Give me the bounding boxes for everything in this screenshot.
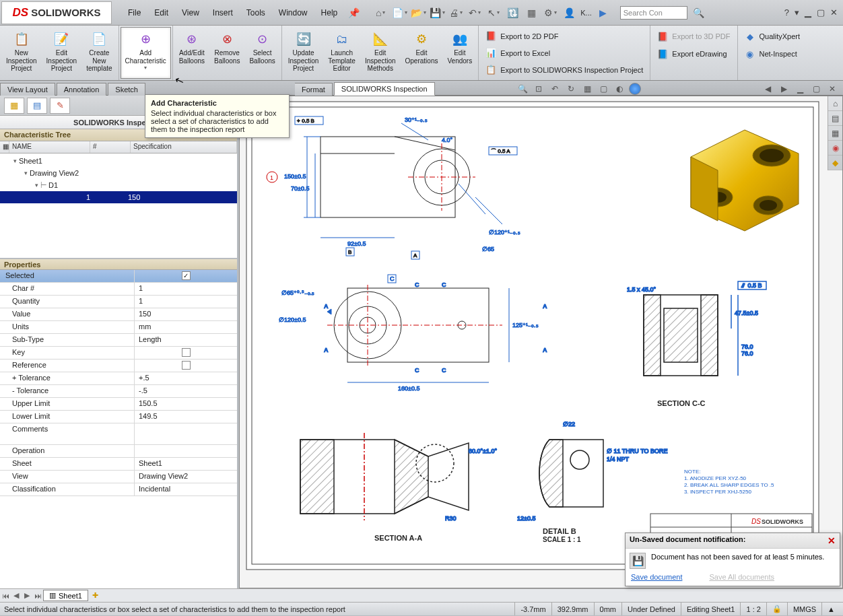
- status-scale[interactable]: 1 : 2: [740, 603, 766, 615]
- doc-close-icon[interactable]: ✕: [825, 83, 839, 95]
- tab-view-layout[interactable]: View Layout: [0, 83, 55, 96]
- add-sheet-icon[interactable]: ✚: [92, 591, 98, 600]
- tab-sketch[interactable]: Sketch: [108, 83, 145, 96]
- status-up-icon[interactable]: ▲: [821, 603, 840, 615]
- add-edit-balloons-button[interactable]: ⊛Add/EditBalloons: [174, 27, 209, 79]
- prop-row[interactable]: ClassificationIncidental: [0, 483, 237, 496]
- search-input[interactable]: Search Con: [620, 6, 687, 20]
- menu-tools[interactable]: Tools: [240, 8, 272, 18]
- settings-icon[interactable]: ⚙: [543, 5, 558, 20]
- panel-tab-ext[interactable]: ✎: [50, 98, 70, 114]
- select-icon[interactable]: ↖: [486, 5, 501, 20]
- side-home-icon[interactable]: ⌂: [828, 96, 842, 111]
- sheet-prev-icon[interactable]: ◀: [11, 591, 22, 600]
- export-edrawing-button[interactable]: 📘Export eDrawing: [654, 46, 733, 62]
- doc-next-icon[interactable]: ▶: [777, 83, 790, 95]
- menu-file[interactable]: File: [121, 8, 147, 18]
- edit-operations-button[interactable]: ⚙EditOperations: [401, 27, 443, 79]
- prop-row[interactable]: Sub-TypeLength: [0, 334, 237, 347]
- doc-max-icon[interactable]: ▢: [809, 83, 823, 95]
- panel-tab-props[interactable]: ▤: [27, 98, 47, 114]
- prop-row[interactable]: Operation: [0, 445, 237, 458]
- net-inspect-button[interactable]: ◉Net-Inspect: [742, 46, 803, 62]
- side-appear-icon[interactable]: ◉: [828, 141, 842, 156]
- rebuild-icon[interactable]: 🔃: [505, 5, 520, 20]
- edit-inspection-methods-button[interactable]: 📐EditInspectionMethods: [360, 27, 401, 79]
- display-icon[interactable]: ◐: [613, 83, 626, 95]
- sheet-next-icon[interactable]: ▶: [22, 591, 32, 600]
- tab-sw-inspection[interactable]: SOLIDWORKS Inspection: [334, 82, 435, 96]
- launch-template-editor-button[interactable]: 🗂LaunchTemplateEditor: [323, 27, 360, 79]
- drawing-area[interactable]: 150±0.5 70±0.5 92±0.5 ∅120⁺¹₋₀.₅ ∅65 30⁺…: [239, 96, 843, 588]
- restore-icon[interactable]: ▢: [817, 7, 825, 18]
- remove-balloons-button[interactable]: ⊗RemoveBalloons: [209, 27, 244, 79]
- side-layers-icon[interactable]: ▤: [828, 111, 842, 126]
- save-document-link[interactable]: Save document: [631, 573, 682, 581]
- prop-row[interactable]: Char #1: [0, 283, 237, 296]
- sheet-last-icon[interactable]: ⏭: [32, 592, 43, 600]
- options-icon[interactable]: ▦: [524, 5, 539, 20]
- tree-row-selected[interactable]: 1150: [0, 191, 237, 203]
- undo-icon[interactable]: ↶: [467, 5, 482, 20]
- side-display-icon[interactable]: ▦: [828, 126, 842, 141]
- zoom-prev-icon[interactable]: ↶: [548, 83, 562, 95]
- user-icon[interactable]: 👤: [562, 5, 576, 20]
- save-icon[interactable]: 💾: [430, 5, 444, 20]
- checkbox-icon[interactable]: [182, 348, 191, 357]
- tree-body[interactable]: ▾Sheet1 ▾Drawing View2 ▾⊢D1 1150: [0, 153, 237, 258]
- close-icon[interactable]: ✕: [830, 7, 838, 18]
- prop-row[interactable]: SheetSheet1: [0, 458, 237, 471]
- status-lock-icon[interactable]: 🔒: [766, 603, 787, 615]
- prop-row[interactable]: Reference: [0, 360, 237, 372]
- tab-annotation[interactable]: Annotation: [57, 83, 107, 96]
- notify-close-icon[interactable]: ✕: [828, 535, 836, 546]
- new-icon[interactable]: 📄: [392, 5, 407, 20]
- prop-row[interactable]: Selected✓: [0, 270, 237, 283]
- new-inspection-project-button[interactable]: 📋NewInspectionProject: [1, 27, 42, 79]
- play-icon[interactable]: ▶: [596, 5, 611, 20]
- print-icon[interactable]: 🖨: [448, 5, 463, 20]
- prop-row[interactable]: - Tolerance-.5: [0, 385, 237, 398]
- add-characteristic-button[interactable]: ⊕AddCharacteristic▾: [121, 27, 171, 79]
- export-2d-pdf-button[interactable]: 📕Export to 2D PDF: [483, 28, 646, 44]
- minimize-icon[interactable]: ▁: [805, 7, 811, 18]
- qualityxpert-button[interactable]: ◆QualityXpert: [742, 28, 803, 44]
- prop-row[interactable]: ViewDrawing View2: [0, 471, 237, 483]
- prop-row[interactable]: Key: [0, 347, 237, 360]
- sheet-tab[interactable]: ▥Sheet1: [43, 590, 88, 601]
- home-icon[interactable]: ⌂: [373, 5, 388, 20]
- export-sw-inspection-button[interactable]: 📋Export to SOLIDWORKS Inspection Project: [483, 62, 646, 77]
- menu-insert[interactable]: Insert: [206, 8, 240, 18]
- select-balloons-button[interactable]: ⊙SelectBalloons: [244, 27, 279, 79]
- zoom-area-icon[interactable]: ⊡: [532, 83, 545, 95]
- menu-window[interactable]: Window: [272, 8, 314, 18]
- tab-format[interactable]: Format: [295, 83, 333, 96]
- prop-row[interactable]: Value150: [0, 308, 237, 321]
- side-decal-icon[interactable]: ◆: [828, 156, 842, 170]
- update-inspection-project-button[interactable]: 🔄UpdateInspectionProject: [283, 27, 324, 79]
- menu-edit[interactable]: Edit: [147, 8, 175, 18]
- prop-row[interactable]: Lower Limit149.5: [0, 411, 237, 423]
- pin-icon[interactable]: 📌: [348, 7, 360, 18]
- globe-icon[interactable]: [629, 83, 641, 95]
- prop-row[interactable]: Quantity1: [0, 296, 237, 308]
- open-icon[interactable]: 📂: [411, 5, 426, 20]
- create-new-template-button[interactable]: 📄CreateNewtemplate: [81, 27, 116, 79]
- sheet-first-icon[interactable]: ⏮: [0, 592, 11, 600]
- doc-min-icon[interactable]: ▁: [793, 83, 807, 95]
- edit-inspection-project-button[interactable]: 📝EditInspectionProject: [42, 27, 82, 79]
- prop-row[interactable]: Unitsmm: [0, 321, 237, 334]
- prop-row[interactable]: Upper Limit150.5: [0, 398, 237, 411]
- menu-help[interactable]: Help: [314, 8, 345, 18]
- prop-row[interactable]: Comments: [0, 423, 237, 445]
- search-icon[interactable]: 🔍: [692, 5, 706, 20]
- export-excel-button[interactable]: 📊Export to Excel: [483, 45, 646, 61]
- panel-tab-tree[interactable]: ▦: [4, 98, 24, 114]
- help-q-icon[interactable]: ?: [784, 7, 789, 18]
- prop-row[interactable]: + Tolerance+.5: [0, 372, 237, 385]
- edit-vendors-button[interactable]: 👥EditVendors: [442, 27, 477, 79]
- help-dropdown-icon[interactable]: ▾: [795, 7, 799, 18]
- box-icon[interactable]: ▢: [597, 83, 610, 95]
- checkbox-icon[interactable]: [182, 361, 191, 370]
- checkbox-icon[interactable]: ✓: [182, 271, 191, 280]
